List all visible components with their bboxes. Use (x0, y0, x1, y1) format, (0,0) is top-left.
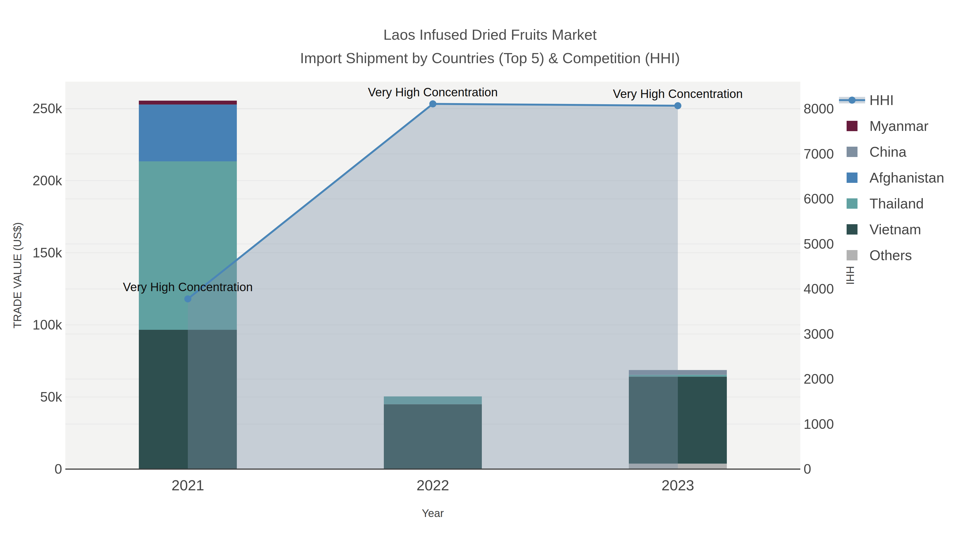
y-right-axis-title: HHI (844, 266, 856, 285)
y-left-tick-200k: 200k (33, 173, 62, 188)
y-right-tick-1000: 1000 (803, 417, 834, 432)
legend-label: Myanmar (869, 118, 929, 134)
y-right-tick-6000: 6000 (803, 191, 834, 206)
legend-item-others[interactable]: Others (839, 242, 944, 268)
bar-segment-myanmar-2021[interactable] (139, 101, 237, 105)
y-left-tick-250k: 250k (33, 101, 62, 116)
hhi-marker-2021[interactable] (184, 295, 191, 302)
china-color-swatch-icon (839, 146, 869, 158)
x-tick-2022: 2022 (417, 477, 449, 493)
y-left-tick-150k: 150k (33, 245, 62, 260)
y-left-axis-title: TRADE VALUE (US$) (11, 222, 24, 329)
legend: HHIMyanmarChinaAfghanistanThailandVietna… (839, 87, 944, 268)
y-right-tick-3000: 3000 (803, 327, 834, 342)
legend-label: Afghanistan (869, 170, 944, 186)
y-right-tick-7000: 7000 (803, 146, 834, 162)
vietnam-color-swatch-icon (839, 223, 869, 235)
legend-item-afghanistan[interactable]: Afghanistan (839, 165, 944, 191)
figure: Laos Infused Dried Fruits Market Import … (0, 0, 980, 551)
annotation-2023: Very High Concentration (613, 87, 743, 100)
x-tick-2021: 2021 (172, 477, 204, 493)
afghanistan-color-swatch-icon (839, 172, 869, 184)
annotation-2021: Very High Concentration (123, 280, 253, 294)
y-left-tick-100k: 100k (33, 317, 62, 332)
chart-svg: 050k100k150k200k250k01000200030004000500… (0, 0, 980, 551)
x-axis-title: Year (422, 507, 444, 519)
legend-item-hhi[interactable]: HHI (839, 87, 944, 113)
legend-label: Others (869, 247, 912, 264)
legend-item-thailand[interactable]: Thailand (839, 191, 944, 216)
legend-item-vietnam[interactable]: Vietnam (839, 216, 944, 242)
legend-item-china[interactable]: China (839, 139, 944, 165)
others-color-swatch-icon (839, 249, 869, 261)
y-right-tick-0: 0 (803, 462, 811, 477)
hhi-marker-2023[interactable] (674, 102, 681, 109)
y-right-tick-8000: 8000 (803, 101, 834, 116)
legend-label: HHI (869, 92, 894, 108)
legend-label: China (869, 144, 907, 160)
y-left-tick-50k: 50k (40, 389, 62, 405)
bar-segment-afghanistan-2021[interactable] (139, 105, 237, 161)
hhi-line-swatch-icon (839, 94, 869, 106)
y-right-tick-4000: 4000 (803, 281, 834, 297)
myanmar-color-swatch-icon (839, 120, 869, 132)
y-left-tick-0: 0 (54, 462, 62, 477)
x-tick-2023: 2023 (662, 477, 694, 493)
y-right-tick-5000: 5000 (803, 237, 834, 252)
hhi-marker-2022[interactable] (429, 100, 436, 108)
legend-label: Vietnam (869, 221, 921, 238)
thailand-color-swatch-icon (839, 197, 869, 210)
y-right-tick-2000: 2000 (803, 372, 834, 387)
legend-label: Thailand (869, 195, 924, 212)
annotation-2022: Very High Concentration (368, 86, 498, 99)
legend-item-myanmar[interactable]: Myanmar (839, 113, 944, 139)
